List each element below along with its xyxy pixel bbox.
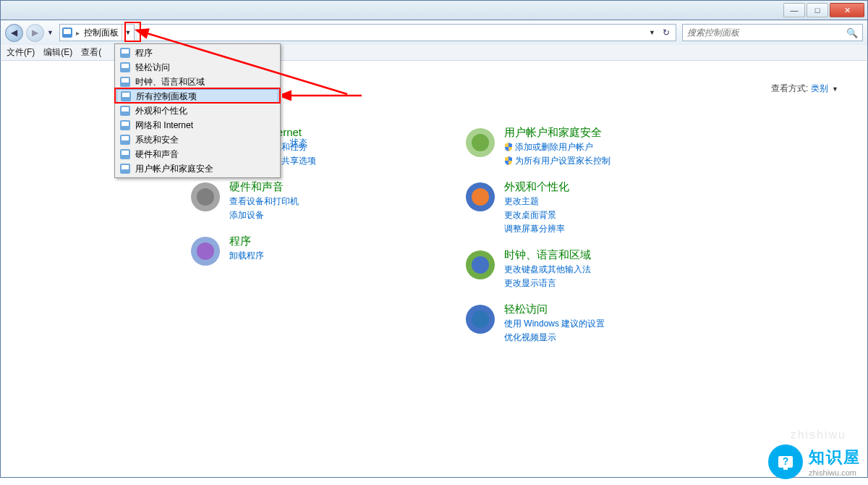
dropdown-item-label: 硬件和声音 xyxy=(135,148,179,161)
maximize-button[interactable]: □ xyxy=(807,3,828,17)
address-spacer: ▼ ↻ xyxy=(137,24,676,41)
view-mode: 查看方式: 类别 ▼ xyxy=(771,83,838,95)
category-link[interactable]: 添加设备 xyxy=(229,208,299,222)
category-link[interactable]: 调整屏幕分辨率 xyxy=(504,222,569,235)
dropdown-item[interactable]: 时钟、语言和区域 xyxy=(116,75,278,89)
logo-badge-icon: ? xyxy=(768,444,803,479)
svg-rect-31 xyxy=(122,151,129,155)
minimize-button[interactable]: — xyxy=(783,3,805,17)
svg-point-11 xyxy=(472,188,489,206)
svg-rect-1 xyxy=(64,29,71,34)
category-title[interactable]: 外观和个性化 xyxy=(504,180,569,194)
dropdown-item[interactable]: 系统和安全 xyxy=(116,132,278,147)
dropdown-item[interactable]: 轻松访问 xyxy=(116,60,278,75)
dropdown-item[interactable]: 硬件和声音 xyxy=(116,147,278,161)
dropdown-item[interactable]: 网络和 Internet xyxy=(116,118,278,132)
logo-text: 知识屋 xyxy=(809,447,861,468)
svg-point-5 xyxy=(197,188,214,206)
view-mode-label: 查看方式: xyxy=(771,83,808,93)
forward-button[interactable]: ▶ xyxy=(26,24,44,42)
svg-rect-21 xyxy=(122,78,129,83)
category-link[interactable]: 查看设备和打印机 xyxy=(229,195,299,208)
category-link[interactable]: 使用 Windows 建议的设置 xyxy=(504,317,605,330)
category-item: 硬件和声音查看设备和打印机添加设备 xyxy=(189,180,420,222)
svg-rect-17 xyxy=(122,49,129,54)
window-titlebar: — □ ✕ xyxy=(0,0,868,20)
address-dropdown-menu[interactable]: 程序轻松访问时钟、语言和区域所有控制面板项外观和个性化网络和 Internet系… xyxy=(114,43,281,178)
dropdown-item-label: 所有控制面板项 xyxy=(136,90,197,103)
dropdown-item-label: 外观和个性化 xyxy=(135,105,187,117)
control-panel-icon xyxy=(60,25,75,41)
panel-icon xyxy=(120,90,132,102)
svg-rect-19 xyxy=(122,64,129,68)
svg-text:?: ? xyxy=(783,455,789,467)
dropdown-item-label: 时钟、语言和区域 xyxy=(135,76,205,88)
svg-point-15 xyxy=(472,311,489,328)
category-grid: 网络和 Internet查看网络状态和任务选择家庭组和共享选项硬件和声音查看设备… xyxy=(189,126,838,344)
category-icon xyxy=(189,180,222,214)
svg-rect-27 xyxy=(122,122,129,126)
search-input[interactable] xyxy=(687,28,846,38)
chevron-down-icon[interactable]: ▼ xyxy=(832,85,838,93)
close-button[interactable]: ✕ xyxy=(830,3,864,17)
address-bar[interactable]: ▸ 控制面板 ▼ xyxy=(59,24,135,41)
search-box[interactable]: 🔍 xyxy=(682,24,863,41)
address-text[interactable]: 控制面板 xyxy=(81,25,122,41)
address-history-icon[interactable]: ▼ xyxy=(644,29,660,36)
category-item: 外观和个性化更改主题更改桌面背景调整屏幕分辨率 xyxy=(464,180,695,235)
back-button[interactable]: ◀ xyxy=(5,24,23,42)
net-icon xyxy=(119,119,131,131)
appear-icon xyxy=(119,105,131,117)
category-title[interactable]: 用户帐户和家庭安全 xyxy=(504,126,610,140)
category-link[interactable]: 更改键盘或其他输入法 xyxy=(504,263,591,276)
svg-point-9 xyxy=(472,134,489,151)
category-link[interactable]: 更改主题 xyxy=(504,195,569,208)
category-item: 用户帐户和家庭安全添加或删除用户帐户为所有用户设置家长控制 xyxy=(464,126,695,167)
category-title[interactable]: 程序 xyxy=(229,235,264,248)
category-link[interactable]: 优化视频显示 xyxy=(504,331,605,344)
category-title[interactable]: 时钟、语言和区域 xyxy=(504,248,591,262)
category-icon xyxy=(189,235,222,268)
svg-rect-33 xyxy=(122,165,129,169)
shield-icon xyxy=(504,143,513,151)
category-icon xyxy=(464,248,497,282)
svg-point-7 xyxy=(197,242,214,260)
status-text: 状态 xyxy=(290,137,307,149)
category-link[interactable]: 添加或删除用户帐户 xyxy=(504,140,610,153)
category-link[interactable]: 为所有用户设置家长控制 xyxy=(504,154,610,167)
category-icon xyxy=(464,126,497,159)
watermark-faint: zhishiwu xyxy=(791,429,846,442)
category-item: 时钟、语言和区域更改键盘或其他输入法更改显示语言 xyxy=(464,248,695,290)
category-icon xyxy=(464,180,497,214)
category-icon xyxy=(464,303,497,336)
category-link[interactable]: 更改显示语言 xyxy=(504,277,591,290)
sound-icon xyxy=(119,148,131,160)
category-title[interactable]: 轻松访问 xyxy=(504,303,605,316)
view-mode-value[interactable]: 类别 xyxy=(811,83,828,93)
user-icon xyxy=(119,163,131,174)
refresh-button[interactable]: ↻ xyxy=(660,28,673,38)
address-dropdown-toggle[interactable]: ▼ xyxy=(122,25,134,41)
svg-rect-37 xyxy=(783,468,788,470)
dropdown-item[interactable]: 用户帐户和家庭安全 xyxy=(116,161,278,176)
category-link[interactable]: 更改桌面背景 xyxy=(504,208,569,222)
nav-dropdown-icon[interactable]: ▼ xyxy=(47,29,54,36)
logo-url: zhishiwu.com xyxy=(809,468,861,477)
dropdown-item[interactable]: 程序 xyxy=(116,46,278,60)
dropdown-item[interactable]: 所有控制面板项 xyxy=(116,89,278,104)
category-item: 程序卸载程序 xyxy=(189,235,420,268)
menu-edit[interactable]: 编辑(E) xyxy=(43,46,72,59)
clock-icon xyxy=(119,76,131,88)
category-title[interactable]: 硬件和声音 xyxy=(229,180,299,194)
svg-rect-25 xyxy=(122,107,129,111)
menu-view[interactable]: 查看( xyxy=(81,46,101,59)
search-icon[interactable]: 🔍 xyxy=(846,28,858,38)
dropdown-item[interactable]: 外观和个性化 xyxy=(116,104,278,118)
sec-icon xyxy=(119,134,131,146)
category-link[interactable]: 卸载程序 xyxy=(229,249,264,262)
menu-file[interactable]: 文件(F) xyxy=(7,46,35,59)
navigation-bar: ◀ ▶ ▼ ▸ 控制面板 ▼ ▼ ↻ 🔍 xyxy=(0,20,868,45)
dropdown-item-label: 系统和安全 xyxy=(135,134,179,146)
svg-rect-29 xyxy=(122,136,129,140)
chevron-right-icon: ▸ xyxy=(75,29,81,37)
